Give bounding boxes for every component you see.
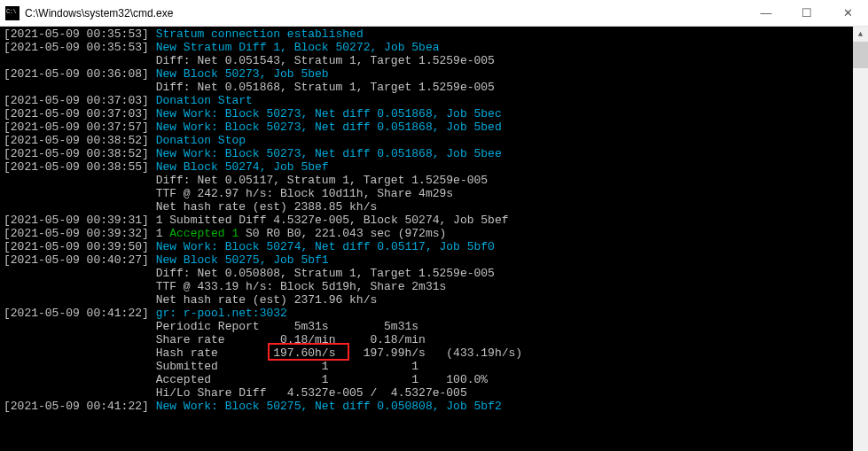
scroll-thumb[interactable] — [853, 42, 868, 68]
console-line: [2021-05-09 00:35:53] Stratum connection… — [4, 27, 864, 41]
console-line: Diff: Net 0.050808, Stratum 1, Target 1.… — [4, 267, 864, 280]
cmd-icon — [5, 6, 20, 20]
console-line: [2021-05-09 00:40:27] New Block 50275, J… — [4, 253, 864, 267]
console-line: TTF @ 242.97 h/s: Block 10d11h, Share 4m… — [4, 187, 864, 200]
console-line: Accepted 1 1 100.0% — [4, 373, 864, 386]
console-line: Periodic Report 5m31s 5m31s — [4, 320, 864, 333]
console-line: [2021-05-09 00:38:52] New Work: Block 50… — [4, 147, 864, 160]
minimize-button[interactable]: — — [746, 0, 786, 26]
console-line: Diff: Net 0.051543, Stratum 1, Target 1.… — [4, 54, 864, 67]
console-line: Net hash rate (est) 2371.96 kh/s — [4, 293, 864, 307]
console-line: [2021-05-09 00:37:03] New Work: Block 50… — [4, 107, 864, 121]
console-line: [2021-05-09 00:35:53] New Stratum Diff 1… — [4, 41, 864, 54]
console-output: [2021-05-09 00:35:53] Stratum connection… — [0, 27, 868, 451]
console-line: [2021-05-09 00:41:22] New Work: Block 50… — [4, 400, 864, 413]
console-line: [2021-05-09 00:39:50] New Work: Block 50… — [4, 240, 864, 253]
window-title: C:\Windows\system32\cmd.exe — [25, 7, 746, 19]
console-line: Share rate 0.18/min 0.18/min — [4, 333, 864, 346]
console-line: [2021-05-09 00:41:22] gr: r-pool.net:303… — [4, 307, 864, 320]
console-line: [2021-05-09 00:39:32] 1 Accepted 1 S0 R0… — [4, 227, 864, 240]
console-line: [2021-05-09 00:38:55] New Block 50274, J… — [4, 160, 864, 174]
vertical-scrollbar[interactable]: ▲ — [853, 27, 868, 451]
console-line: Hi/Lo Share Diff 4.5327e-005 / 4.5327e-0… — [4, 386, 864, 400]
console-line: Submitted 1 1 — [4, 360, 864, 373]
maximize-button[interactable]: ☐ — [786, 0, 827, 26]
console-line: [2021-05-09 00:36:08] New Block 50273, J… — [4, 67, 864, 81]
titlebar: C:\Windows\system32\cmd.exe — ☐ ✕ — [0, 0, 868, 27]
window-controls: — ☐ ✕ — [746, 0, 868, 26]
console-line: TTF @ 433.19 h/s: Block 5d19h, Share 2m3… — [4, 280, 864, 293]
console-line: Diff: Net 0.051868, Stratum 1, Target 1.… — [4, 81, 864, 94]
console-line: Hash rate 197.60h/s 197.99h/s (433.19h/s… — [4, 346, 864, 360]
close-button[interactable]: ✕ — [827, 0, 868, 26]
console-line: [2021-05-09 00:39:31] 1 Submitted Diff 4… — [4, 214, 864, 227]
console-line: Diff: Net 0.05117, Stratum 1, Target 1.5… — [4, 174, 864, 187]
console-line: [2021-05-09 00:38:52] Donation Stop — [4, 134, 864, 147]
console-line: [2021-05-09 00:37:03] Donation Start — [4, 94, 864, 107]
scroll-up-arrow[interactable]: ▲ — [853, 27, 868, 42]
console-line: [2021-05-09 00:37:57] New Work: Block 50… — [4, 121, 864, 134]
console-line: Net hash rate (est) 2388.85 kh/s — [4, 200, 864, 214]
